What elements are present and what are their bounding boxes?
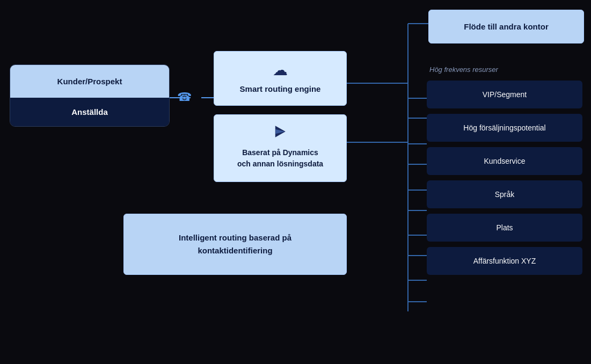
- customers-label: Kunder/Prospekt: [10, 65, 169, 98]
- right-routing-boxes: VIP/Segment Hög försäljningspotential Ku…: [427, 81, 582, 275]
- list-item: Hög försäljningspotential: [427, 114, 582, 142]
- other-offices-label: Flöde till andra kontor: [437, 22, 575, 31]
- smart-routing-label: Smart routing engine: [223, 84, 338, 93]
- list-item: Affärsfunktion XYZ: [427, 247, 582, 275]
- other-offices-box: Flöde till andra kontor: [428, 10, 584, 43]
- left-callers-box: Kunder/Prospekt Anställda: [10, 64, 170, 127]
- right-header-label: Hög frekvens resurser: [429, 65, 498, 74]
- smart-routing-box: ☁ Smart routing engine: [214, 51, 347, 106]
- intelligent-routing-label: Intelligent routing baserad påkontaktide…: [137, 231, 333, 257]
- list-item: VIP/Segment: [427, 81, 582, 108]
- intelligent-routing-box: Intelligent routing baserad påkontaktide…: [123, 214, 347, 275]
- list-item: Språk: [427, 180, 582, 208]
- phone-icon: ☎: [177, 90, 192, 104]
- dynamics-box: Baserat på Dynamicsoch annan lösningsdat…: [214, 114, 347, 182]
- dynamics-label: Baserat på Dynamicsoch annan lösningsdat…: [223, 147, 338, 170]
- cloud-icon: ☁: [223, 61, 338, 79]
- list-item: Kundservice: [427, 147, 582, 175]
- dynamics-icon: [223, 125, 338, 142]
- diagram-container: Kunder/Prospekt Anställda ☎ ☁ Smart rout…: [0, 0, 591, 364]
- employees-label: Anställda: [10, 98, 169, 126]
- list-item: Plats: [427, 214, 582, 242]
